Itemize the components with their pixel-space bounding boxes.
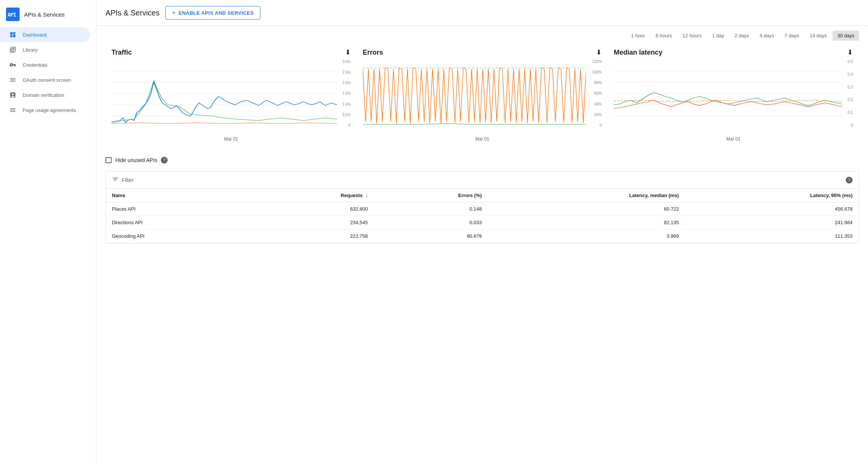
time-btn-30days[interactable]: 30 days	[833, 31, 859, 41]
traffic-chart-container: Traffic ⬇	[105, 45, 357, 145]
dashboard-icon	[9, 31, 17, 38]
cell-errors-pct: 90.679	[374, 229, 488, 243]
col-name: Name	[106, 189, 249, 202]
filter-button[interactable]: Filter	[112, 176, 133, 184]
credentials-icon	[9, 61, 17, 69]
main-content: APIs & Services + ENABLE APIS AND SERVIC…	[96, 0, 868, 465]
sidebar: API APIs & Services Dashboard Library Cr…	[0, 0, 96, 465]
table-help-icon[interactable]: ?	[846, 177, 853, 184]
sidebar-item-label: Page usage agreements	[23, 107, 76, 113]
latency-chart-container: Median latency ⬇	[608, 45, 859, 145]
y-label: 0.4	[844, 72, 853, 76]
y-label: 40%	[587, 102, 602, 106]
svg-text:API: API	[8, 12, 16, 18]
latency-download-icon[interactable]: ⬇	[847, 48, 853, 57]
y-label: 20%	[587, 113, 602, 117]
y-label: 3.0/s	[339, 60, 351, 64]
time-btn-14days[interactable]: 14 days	[805, 31, 831, 41]
errors-chart-svg	[363, 60, 586, 127]
cell-latency-median: 82.135	[488, 216, 685, 229]
sidebar-item-oauth[interactable]: OAuth consent screen	[0, 72, 90, 87]
domain-icon	[9, 91, 17, 99]
time-btn-2days[interactable]: 2 days	[730, 31, 753, 41]
charts-section: Traffic ⬇	[96, 45, 868, 154]
cell-name: Places API	[106, 202, 249, 216]
latency-chart-title: Median latency	[614, 49, 662, 57]
table-row[interactable]: Directions API 234,545 0.033 82.135 241.…	[106, 216, 859, 229]
y-label: 80%	[587, 81, 602, 85]
table-body: Places API 632,800 0.148 60.722 456.678 …	[106, 202, 859, 243]
cell-name: Geocoding API	[106, 229, 249, 243]
page-usage-icon	[9, 106, 17, 114]
traffic-x-label: Mar 01	[112, 136, 351, 142]
hide-unused-row: Hide unused APIs ?	[105, 157, 859, 164]
traffic-chart-svg	[112, 60, 337, 127]
sidebar-item-credentials[interactable]: Credentials	[0, 57, 90, 72]
table-row[interactable]: Geocoding API 222,758 90.679 3.969 111.3…	[106, 229, 859, 243]
enable-button-label: ENABLE APIS AND SERVICES	[179, 10, 254, 16]
table-header-row: Name Requests ↓ Errors (%) Latency, medi…	[106, 189, 859, 202]
sidebar-item-label: Credentials	[23, 62, 47, 68]
table-row[interactable]: Places API 632,800 0.148 60.722 456.678	[106, 202, 859, 216]
time-btn-1hour[interactable]: 1 hour	[627, 31, 649, 41]
col-requests[interactable]: Requests ↓	[249, 189, 374, 202]
sidebar-nav: Dashboard Library Credentials OAuth cons…	[0, 27, 96, 118]
sidebar-item-dashboard[interactable]: Dashboard	[0, 27, 90, 42]
api-table-wrapper: Filter ? Name Requests ↓ Err	[105, 171, 859, 243]
cell-requests: 222,758	[249, 229, 374, 243]
y-label: 0.2	[844, 98, 853, 102]
time-btn-4days[interactable]: 4 days	[755, 31, 778, 41]
cell-name: Directions API	[106, 216, 249, 229]
y-label: 120%	[587, 60, 602, 64]
hide-unused-label: Hide unused APIs	[115, 157, 157, 163]
api-logo: API	[6, 8, 20, 21]
hide-unused-help-icon[interactable]: ?	[161, 157, 168, 164]
errors-download-icon[interactable]: ⬇	[596, 48, 602, 57]
col-latency-95: Latency, 95% (ms)	[685, 189, 859, 202]
sidebar-item-label: Domain verification	[23, 92, 64, 98]
y-label: 0	[339, 123, 351, 127]
y-label: 1.5/s	[339, 91, 351, 95]
sidebar-item-label: OAuth consent screen	[23, 77, 71, 83]
bottom-section: Hide unused APIs ? Filter ? Name	[96, 157, 868, 252]
col-errors: Errors (%)	[374, 189, 488, 202]
traffic-download-icon[interactable]: ⬇	[345, 48, 351, 57]
y-label: 100%	[587, 70, 602, 74]
cell-latency-95: 241.984	[685, 216, 859, 229]
time-btn-1day[interactable]: 1 day	[708, 31, 729, 41]
library-icon	[9, 46, 17, 54]
cell-errors-pct: 0.148	[374, 202, 488, 216]
enable-apis-button[interactable]: + ENABLE APIS AND SERVICES	[165, 6, 260, 20]
errors-x-label: Mar 01	[363, 136, 602, 142]
time-btn-6hours[interactable]: 6 hours	[651, 31, 676, 41]
cell-latency-median: 3.969	[488, 229, 685, 243]
sidebar-header: API APIs & Services	[0, 3, 96, 27]
filter-icon	[112, 176, 119, 184]
sort-icon: ↓	[365, 193, 368, 198]
y-label: 0.5	[844, 60, 853, 64]
sidebar-item-label: Library	[23, 47, 38, 53]
time-btn-12hours[interactable]: 12 hours	[678, 31, 706, 41]
api-table: Name Requests ↓ Errors (%) Latency, medi…	[106, 189, 859, 243]
col-latency-median: Latency, median (ms)	[488, 189, 685, 202]
table-toolbar: Filter ?	[106, 171, 859, 189]
sidebar-item-page-usage[interactable]: Page usage agreements	[0, 102, 90, 118]
errors-chart-container: Errors ⬇	[357, 45, 608, 145]
hide-unused-checkbox[interactable]	[105, 157, 112, 163]
sidebar-title: APIs & Services	[24, 11, 65, 18]
y-label: 0.1	[844, 110, 853, 115]
oauth-icon	[9, 76, 17, 84]
cell-requests: 632,800	[249, 202, 374, 216]
sidebar-item-label: Dashboard	[23, 32, 47, 38]
page-title: APIs & Services	[105, 9, 159, 17]
cell-latency-median: 60.722	[488, 202, 685, 216]
sidebar-item-domain[interactable]: Domain verification	[0, 87, 90, 102]
cell-latency-95: 111.353	[685, 229, 859, 243]
y-label: 60%	[587, 91, 602, 95]
y-label: 0	[587, 123, 602, 127]
sidebar-item-library[interactable]: Library	[0, 42, 90, 57]
traffic-chart-title: Traffic	[112, 49, 132, 57]
cell-requests: 234,545	[249, 216, 374, 229]
time-range-bar: 1 hour 6 hours 12 hours 1 day 2 days 4 d…	[96, 26, 868, 45]
time-btn-7days[interactable]: 7 days	[780, 31, 804, 41]
